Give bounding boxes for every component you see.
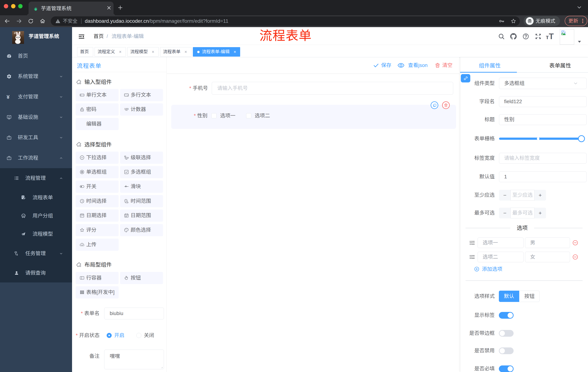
svg-text:123: 123 [125, 107, 128, 110]
